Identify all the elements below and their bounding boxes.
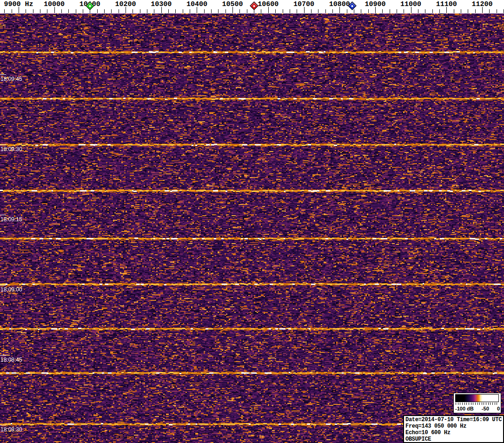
time-label: 18:09:30 [0, 146, 22, 152]
frequency-ruler: 9900 Hz100001010010200103001040010500106… [0, 0, 504, 13]
ruler-minor-tick [111, 9, 112, 13]
ruler-label: 10700 [293, 0, 314, 8]
ruler-minor-tick [361, 9, 361, 13]
ruler-minor-tick [390, 9, 390, 13]
ruler-minor-tick [97, 9, 98, 13]
time-tick [0, 74, 6, 75]
ruler-minor-tick [133, 9, 133, 13]
time-tick [0, 145, 6, 145]
ruler-label: 10200 [115, 0, 136, 8]
ruler-minor-tick [168, 9, 169, 13]
ruler-minor-tick [439, 9, 440, 13]
ruler-minor-tick [425, 9, 425, 13]
ruler-minor-tick [475, 9, 476, 13]
info-line-echo: Echo=10 600 Hz [405, 430, 502, 436]
ruler-minor-tick [454, 9, 454, 13]
colorbar-label-mid: -50 [482, 406, 489, 411]
time-tick [0, 215, 6, 215]
ruler-minor-tick [40, 9, 40, 13]
ruler-minor-tick [347, 9, 347, 13]
ruler-minor-tick [190, 9, 190, 13]
ruler-label: 11100 [436, 0, 457, 8]
ruler-minor-tick [218, 9, 219, 13]
ruler-minor-tick [68, 9, 69, 13]
time-label: 18:09:15 [0, 216, 22, 223]
ruler-minor-tick [325, 9, 326, 13]
info-line-frequency: Freq=143 050 000 Hz [405, 423, 502, 430]
ruler-minor-tick [154, 9, 154, 13]
colorbar: -100 dB -50 0 [453, 393, 501, 413]
spectrogram-canvas[interactable] [0, 13, 504, 443]
ruler-minor-tick [311, 9, 312, 13]
meteor-spectrogram-window: 9900 Hz100001010010200103001040010500106… [0, 0, 504, 443]
ruler-label: 10900 [365, 0, 385, 8]
ruler-minor-tick [119, 9, 119, 13]
time-tick [0, 355, 6, 356]
time-label: 18:08:45 [0, 357, 22, 363]
ruler-minor-tick [239, 9, 240, 13]
ruler-minor-tick [47, 9, 47, 13]
ruler-label: 10600 [258, 0, 279, 8]
ruler-minor-tick [354, 9, 354, 13]
ruler-minor-tick [382, 9, 383, 13]
ruler-minor-tick [183, 9, 183, 13]
ruler-minor-tick [497, 9, 497, 13]
info-box: Date=2014-07-10 Time=16:09 UTC Freq=143 … [403, 415, 504, 443]
ruler-label: 10000 [44, 0, 65, 8]
ruler-minor-tick [204, 9, 205, 13]
ruler-label: 10300 [151, 0, 172, 8]
ruler-label: 10500 [222, 0, 243, 8]
ruler-minor-tick [404, 9, 404, 13]
ruler-minor-tick [432, 9, 433, 13]
ruler-minor-tick [26, 9, 26, 13]
ruler-minor-tick [489, 9, 490, 13]
ruler-minor-tick [4, 9, 5, 13]
ruler-minor-tick [418, 9, 418, 13]
colorbar-label-min: -100 dB [455, 406, 474, 411]
ruler-minor-tick [461, 9, 461, 13]
ruler-minor-tick [140, 9, 140, 13]
ruler-minor-tick [225, 9, 226, 13]
ruler-minor-tick [318, 9, 318, 13]
time-label: 18:09:00 [0, 286, 22, 293]
ruler-label: 9900 Hz [4, 0, 33, 8]
time-label: 18:08:30 [0, 426, 22, 433]
colorbar-gradient [455, 394, 499, 402]
ruler-label: 10400 [186, 0, 207, 8]
time-tick [0, 425, 6, 425]
ruler-minor-tick [175, 9, 176, 13]
ruler-minor-tick [76, 9, 76, 13]
ruler-minor-tick [104, 9, 105, 13]
ruler-minor-tick [247, 9, 247, 13]
ruler-minor-tick [33, 9, 33, 13]
ruler-minor-tick [261, 9, 261, 13]
ruler-minor-tick [368, 9, 369, 13]
ruler-minor-tick [332, 9, 333, 13]
ruler-minor-tick [468, 9, 468, 13]
ruler-minor-tick [283, 9, 283, 13]
ruler-minor-tick [275, 9, 276, 13]
ruler-minor-tick [290, 9, 290, 13]
colorbar-ticks [456, 403, 499, 405]
ruler-minor-tick [211, 9, 212, 13]
ruler-minor-tick [12, 9, 12, 13]
ruler-minor-tick [397, 9, 397, 13]
ruler-minor-tick [83, 9, 83, 13]
ruler-minor-tick [147, 9, 147, 13]
ruler-label: 11000 [400, 0, 421, 8]
marker-red-diamond[interactable] [250, 1, 258, 10]
time-label: 18:09:45 [0, 76, 22, 82]
ruler-minor-tick [297, 9, 297, 13]
ruler-label: 10800 [329, 0, 350, 8]
colorbar-labels: -100 dB -50 0 [455, 405, 500, 412]
info-line-datetime: Date=2014-07-10 Time=16:09 UTC [405, 417, 502, 423]
time-tick [0, 285, 6, 285]
ruler-label: 11200 [471, 0, 492, 8]
info-line-station: OBSUPICE [405, 436, 502, 443]
ruler-minor-tick [61, 9, 62, 13]
colorbar-label-max: 0 [497, 406, 500, 411]
